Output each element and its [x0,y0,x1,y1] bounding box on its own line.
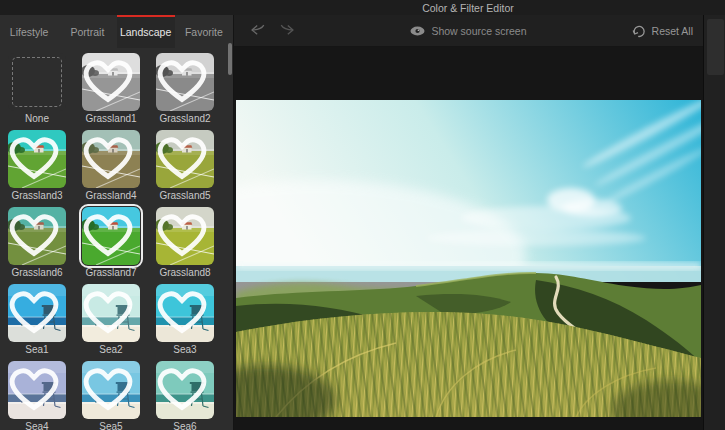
tab-landscape[interactable]: Landscape [117,15,175,48]
filter-panel: LifestylePortraitLandscapeFavorite NoneG… [0,15,233,430]
filter-item-sea4: Sea4 [8,361,66,430]
favorite-heart-icon[interactable] [156,53,211,108]
filter-category-tabs: LifestylePortraitLandscapeFavorite [0,15,233,48]
filter-label: Grassland6 [8,267,66,279]
reset-all-button[interactable]: Reset All [632,15,693,47]
filter-item-sea2: Sea2 [82,284,140,356]
filter-thumbnail-sea1[interactable] [8,284,66,342]
filter-item-grassland7: Grassland7 [82,207,140,279]
filter-label: Grassland2 [156,113,214,125]
filter-label: Grassland5 [156,190,214,202]
favorite-heart-icon[interactable] [8,361,63,416]
filter-item-grassland3: Grassland3 [8,130,66,202]
favorite-heart-icon[interactable] [156,207,211,262]
filter-thumbnail-grassland6[interactable] [8,207,66,265]
favorite-heart-icon[interactable] [156,361,211,416]
main-scrollbar-thumb[interactable] [707,19,724,75]
filter-label: Grassland7 [82,267,140,279]
tab-label: Landscape [120,26,171,38]
eye-icon [410,26,425,36]
none-dashed-outline [12,57,62,107]
scrollbar-thumb[interactable] [228,43,232,75]
favorite-heart-icon[interactable] [82,207,137,262]
filter-thumbnail-grassland4[interactable] [82,130,140,188]
filter-label: Grassland8 [156,267,214,279]
color-filter-editor-window: Color & Filter Editor LifestylePortraitL… [0,0,725,430]
show-source-label: Show source screen [431,25,526,37]
filter-grid: NoneGrassland1Grassland2Grassland3Grassl… [8,53,225,430]
favorite-heart-icon[interactable] [82,130,137,185]
filter-item-grassland6: Grassland6 [8,207,66,279]
filter-thumbnail-none[interactable] [8,53,66,111]
favorite-heart-icon[interactable] [8,130,63,185]
filter-item-sea3: Sea3 [156,284,214,356]
favorite-heart-icon[interactable] [8,207,63,262]
filter-item-sea6: Sea6 [156,361,214,430]
filter-label: Sea4 [8,421,66,430]
reset-all-label: Reset All [652,25,693,37]
filter-label: None [8,113,66,125]
filter-label: Sea5 [82,421,140,430]
titlebar: Color & Filter Editor [0,0,725,15]
show-source-button[interactable]: Show source screen [410,25,526,37]
favorite-heart-icon[interactable] [82,284,137,339]
filter-item-grassland1: Grassland1 [82,53,140,125]
filter-label: Sea2 [82,344,140,356]
filter-thumbnail-grassland3[interactable] [8,130,66,188]
main-scrollbar-strip[interactable] [703,15,725,430]
preview-image [236,100,701,417]
filter-label: Sea3 [156,344,214,356]
filter-thumbnail-grassland5[interactable] [156,130,214,188]
filter-thumbnail-grassland1[interactable] [82,53,140,111]
tab-label: Lifestyle [10,26,49,38]
filter-item-grassland2: Grassland2 [156,53,214,125]
filter-thumbnail-grassland2[interactable] [156,53,214,111]
filter-item-grassland8: Grassland8 [156,207,214,279]
filter-thumbnail-sea6[interactable] [156,361,214,419]
editor-toolbar: Show source screen Reset All [234,15,703,47]
filter-item-grassland4: Grassland4 [82,130,140,202]
favorite-heart-icon[interactable] [82,361,137,416]
tab-favorite[interactable]: Favorite [175,15,233,48]
filter-label: Grassland3 [8,190,66,202]
filter-label: Grassland4 [82,190,140,202]
filter-thumbnail-sea3[interactable] [156,284,214,342]
editor-main: Show source screen Reset All [233,15,703,430]
reset-icon [632,25,646,38]
filter-item-sea5: Sea5 [82,361,140,430]
filter-item-none: None [8,53,66,125]
filter-label: Sea1 [8,344,66,356]
filter-thumbnail-grassland8[interactable] [156,207,214,265]
tab-label: Portrait [70,26,104,38]
favorite-heart-icon[interactable] [8,284,63,339]
filter-thumbnail-sea2[interactable] [82,284,140,342]
window-title: Color & Filter Editor [233,0,703,15]
favorite-heart-icon[interactable] [156,130,211,185]
filter-item-grassland5: Grassland5 [156,130,214,202]
favorite-heart-icon[interactable] [82,53,137,108]
tab-label: Favorite [185,26,223,38]
filter-thumbnail-grassland7[interactable] [82,207,140,265]
filter-label: Sea6 [156,421,214,430]
favorite-heart-icon[interactable] [156,284,211,339]
preview-canvas [234,47,704,430]
tab-portrait[interactable]: Portrait [58,15,116,48]
filter-thumbnail-sea5[interactable] [82,361,140,419]
filter-thumbnail-sea4[interactable] [8,361,66,419]
filter-item-sea1: Sea1 [8,284,66,356]
filter-label: Grassland1 [82,113,140,125]
tab-lifestyle[interactable]: Lifestyle [0,15,58,48]
